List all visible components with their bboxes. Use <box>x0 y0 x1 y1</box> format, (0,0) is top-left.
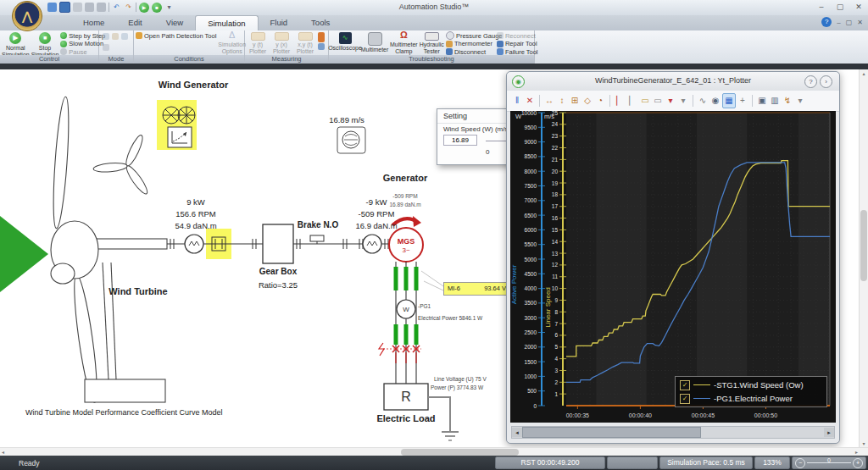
open-path-detection-tool-button[interactable]: Open Path Detection Tool <box>136 32 216 40</box>
more-icon[interactable]: ▾ <box>794 94 806 108</box>
curve-style-icon[interactable]: ∿ <box>697 94 709 108</box>
plotter-scroll-thumb[interactable] <box>522 427 701 438</box>
svg-text:8: 8 <box>554 309 558 315</box>
torque-sensor-right[interactable] <box>363 235 381 253</box>
normal-simulation-button[interactable]: ▶ Normal Simulation <box>2 31 30 54</box>
breaker-marks[interactable] <box>379 343 421 363</box>
scroll-left-icon[interactable]: ◂ <box>512 428 522 437</box>
zoom-vertical-icon[interactable]: ↕ <box>556 94 568 108</box>
stop-simulation-button[interactable]: ■ Stop Simulation <box>31 31 59 54</box>
tab-fluid[interactable]: Fluid <box>259 15 300 30</box>
cursor-remove-icon[interactable]: ▏ <box>626 94 638 108</box>
thermometer-button[interactable]: Thermometer <box>446 41 495 48</box>
timer-icon[interactable]: ◔ <box>594 94 606 108</box>
plotter-title: WindTurbineGenerator_E_642_01 : Yt_Plott… <box>507 76 839 85</box>
mode-edit-icon[interactable] <box>103 33 109 40</box>
zoom-horizontal-icon[interactable]: ↔ <box>543 94 555 108</box>
wattmeter-pg1[interactable]: W <box>397 300 415 318</box>
scroll-left-icon[interactable]: ◂ <box>2 449 4 455</box>
ribbon-restore-icon[interactable]: ▢ <box>846 19 853 26</box>
ribbon-close-icon[interactable]: ✕ <box>857 19 863 26</box>
pressure-gauge-button[interactable]: Pressure Gauge <box>446 32 495 40</box>
svg-text:3000: 3000 <box>525 315 537 321</box>
ribbon-group-mode: Mode <box>99 30 134 64</box>
scroll-right-icon[interactable]: ▸ <box>855 449 858 455</box>
close-button[interactable]: ✕ <box>853 1 865 13</box>
svg-text:1000: 1000 <box>525 373 537 379</box>
zoom-out-icon[interactable]: − <box>795 458 805 468</box>
svg-text:24: 24 <box>552 121 559 127</box>
yx-plotter-button[interactable]: y (x) Plotter <box>270 31 292 54</box>
threshold-add-icon[interactable]: ▾ <box>665 94 676 108</box>
vertical-scroll-thumb[interactable] <box>860 210 867 281</box>
tab-view[interactable]: View <box>154 15 195 30</box>
help-icon[interactable]: ? <box>821 17 832 27</box>
mode-sim-icon[interactable] <box>112 33 119 40</box>
zoom-box-icon[interactable]: ⊞ <box>569 94 581 108</box>
gearbox-component[interactable] <box>263 224 293 263</box>
app-logo-icon[interactable]: ⋀ <box>12 1 42 31</box>
tab-home[interactable]: Home <box>71 15 116 30</box>
measure-link-icon[interactable] <box>318 43 325 50</box>
wind-speed-input[interactable] <box>443 135 477 146</box>
tab-simulation[interactable]: Simulation <box>195 15 258 30</box>
svg-text:4000: 4000 <box>525 285 537 291</box>
zoom-in-icon[interactable]: + <box>853 458 863 468</box>
maximize-button[interactable]: ▢ <box>834 1 846 13</box>
print-icon[interactable]: ▣ <box>756 94 768 108</box>
cursor-add-icon[interactable]: ▏ <box>614 94 626 108</box>
canvas-vertical-scrollbar[interactable]: ▴ ▾ <box>859 69 868 447</box>
tab-tools[interactable]: Tools <box>299 15 342 30</box>
legend-checkbox-icon[interactable]: ✓ <box>680 394 690 404</box>
torque-sensor-left[interactable] <box>185 235 203 253</box>
plotter-time-scrollbar[interactable]: ◂ ▸ <box>511 426 835 439</box>
pan-icon[interactable]: + <box>737 94 748 108</box>
probe-name: MI-6 <box>448 283 460 295</box>
ribbon-minimize-icon[interactable]: – <box>837 19 840 26</box>
wind-speed-sensor[interactable] <box>337 127 365 153</box>
plotter-window[interactable]: ◉ WindTurbineGenerator_E_642_01 : Yt_Plo… <box>506 71 840 444</box>
status-zoom-slider[interactable]: − 0 + <box>792 456 866 469</box>
zoom-cancel-icon[interactable]: ✕ <box>524 94 536 108</box>
plotter-expand-icon[interactable]: › <box>820 75 832 88</box>
band-remove-icon[interactable]: ▭ <box>652 94 664 108</box>
copy-icon[interactable]: ▥ <box>769 94 781 108</box>
brake-component[interactable] <box>310 235 324 244</box>
threshold-remove-icon[interactable]: ▾ <box>677 94 689 108</box>
minimize-button[interactable]: – <box>815 1 827 13</box>
voltage-probe-tooltip[interactable]: MI-6 93.64 V <box>443 282 510 296</box>
xyt-plotter-button[interactable]: x,y (t) Plotter <box>294 31 316 54</box>
mode-doc-icon[interactable] <box>121 33 128 40</box>
reconnect-icon <box>497 32 504 39</box>
tab-edit[interactable]: Edit <box>116 15 153 30</box>
clamp-icon: Ω <box>398 32 410 41</box>
band-add-icon[interactable]: ▭ <box>639 94 651 108</box>
electric-load-component[interactable]: R <box>384 384 428 410</box>
probe-icon[interactable] <box>318 32 325 42</box>
workspace-divider <box>0 64 868 69</box>
simulation-options-button[interactable]: Δ Simulation Options <box>218 31 246 54</box>
pause-icon[interactable]: ‖ <box>511 94 523 108</box>
hydraulic-tester-button[interactable]: Hydraulic Tester <box>420 31 444 54</box>
plot-properties-icon[interactable]: ▦ <box>722 93 736 108</box>
mode-extra-icon[interactable] <box>103 44 109 51</box>
repair-tool-button[interactable]: Repair Tool <box>497 41 538 48</box>
yt-plotter-button[interactable]: y (t) Plotter <box>247 31 269 54</box>
show-curves-icon[interactable]: ◉ <box>709 94 721 108</box>
scroll-right-icon[interactable]: ▸ <box>824 428 834 437</box>
reconnect-button[interactable]: Reconnect <box>497 32 538 40</box>
wind-turbine-component[interactable] <box>51 97 167 404</box>
schematic-canvas[interactable]: MGS 3~ W <box>0 69 868 447</box>
scroll-up-icon[interactable]: ▴ <box>860 70 868 76</box>
scroll-down-icon[interactable]: ▾ <box>860 440 868 446</box>
zoom-auto-icon[interactable]: ◇ <box>581 94 593 108</box>
legend-line-sample <box>693 398 710 399</box>
multimeter-button[interactable]: Multimeter <box>361 31 388 54</box>
plotter-help-icon[interactable]: ? <box>804 75 817 88</box>
horizontal-scroll-thumb[interactable] <box>401 449 519 456</box>
legend-checkbox-icon[interactable]: ✓ <box>680 380 690 390</box>
events-icon[interactable]: ↯ <box>782 94 793 108</box>
oscilloscope-button[interactable]: ∿ Oscilloscope <box>331 31 359 54</box>
multimeter-clamp-button[interactable]: Ω Multimeter Clamp <box>390 31 418 54</box>
plotter-title-bar[interactable]: ◉ WindTurbineGenerator_E_642_01 : Yt_Plo… <box>507 72 839 91</box>
